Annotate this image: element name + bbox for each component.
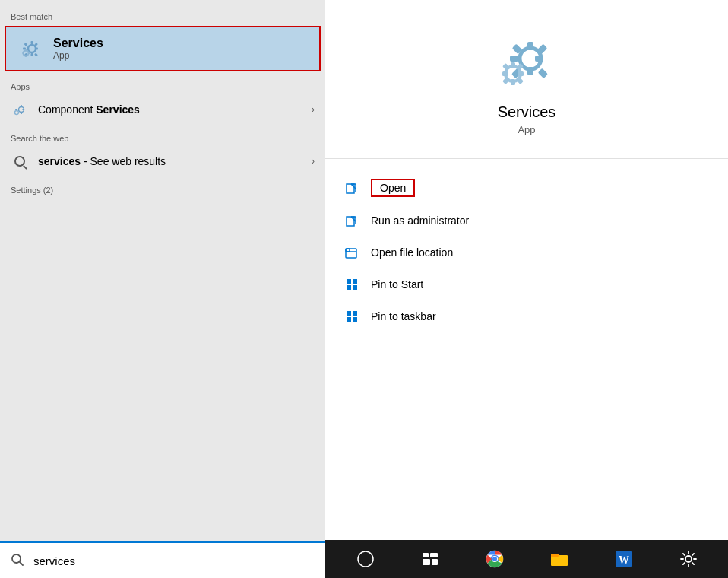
svg-rect-48 [347, 285, 351, 290]
right-panel: Services App Open [325, 0, 728, 540]
apps-label: Apps [0, 79, 325, 94]
web-search-item[interactable]: services - See web results › [0, 146, 325, 176]
task-view-icon[interactable] [416, 545, 444, 573]
word-icon[interactable]: W [610, 545, 638, 573]
svg-rect-17 [15, 109, 17, 110]
settings-label: Settings (2) [0, 183, 325, 198]
open-file-location-label: Open file location [371, 246, 453, 259]
search-bar [0, 541, 325, 578]
web-search-label: services - See web results [38, 155, 312, 167]
app-preview-name: Services [498, 103, 556, 121]
svg-rect-57 [423, 559, 430, 565]
pin-to-taskbar-label: Pin to taskbar [371, 310, 436, 322]
svg-rect-12 [23, 52, 25, 54]
svg-rect-15 [21, 105, 22, 107]
settings-section: Settings (2) [0, 179, 325, 201]
best-match-text: Services App [53, 37, 103, 61]
svg-rect-35 [518, 71, 524, 76]
pin-to-start-action[interactable]: Pin to Start [325, 268, 728, 300]
open-file-location-action[interactable]: Open file location [325, 237, 728, 268]
svg-rect-45 [346, 249, 350, 252]
app-preview-type: App [518, 124, 535, 135]
svg-rect-16 [21, 113, 22, 115]
component-services-item[interactable]: Component Services › [0, 94, 325, 125]
svg-rect-13 [28, 52, 30, 54]
pin-to-start-icon [343, 276, 360, 293]
svg-rect-58 [432, 559, 438, 565]
taskbar: W [325, 540, 728, 578]
search-web-label: Search the web [0, 131, 325, 146]
search-web-section: Search the web services - See web result… [0, 128, 325, 179]
pin-to-start-label: Pin to Start [371, 278, 423, 291]
svg-rect-32 [511, 62, 515, 68]
component-services-label: Component Services [38, 103, 312, 116]
open-icon [343, 179, 360, 196]
open-label: Open [371, 179, 415, 197]
best-match-type: App [53, 50, 103, 61]
svg-line-74 [692, 554, 693, 555]
run-as-admin-action[interactable]: Run as administrator [325, 205, 728, 237]
svg-rect-18 [23, 109, 25, 110]
svg-rect-46 [347, 279, 351, 284]
svg-rect-47 [353, 279, 357, 284]
search-bar-icon [11, 553, 26, 568]
svg-rect-37 [516, 77, 524, 84]
svg-rect-51 [353, 311, 357, 316]
svg-text:W: W [619, 554, 629, 566]
best-match-item[interactable]: Services App [5, 26, 321, 71]
svg-rect-25 [510, 56, 518, 62]
svg-rect-52 [347, 317, 351, 322]
svg-rect-33 [511, 79, 515, 85]
svg-point-19 [15, 111, 19, 115]
cortana-search-icon[interactable] [352, 545, 379, 573]
svg-point-0 [28, 45, 36, 52]
svg-rect-44 [346, 249, 356, 258]
services-icon [17, 35, 44, 62]
svg-rect-64 [551, 554, 559, 557]
open-action[interactable]: Open [325, 171, 728, 205]
web-search-chevron: › [312, 156, 315, 167]
svg-line-72 [682, 554, 684, 555]
run-as-admin-label: Run as administrator [371, 214, 469, 227]
open-file-location-icon [343, 244, 360, 261]
svg-point-54 [358, 551, 373, 567]
svg-line-75 [682, 563, 684, 564]
chrome-icon[interactable] [481, 545, 508, 573]
svg-line-41 [351, 184, 356, 189]
apps-section: Apps Component Services › [0, 73, 325, 128]
web-search-icon [11, 152, 29, 170]
svg-line-21 [20, 562, 24, 566]
app-preview: Services App [325, 0, 728, 159]
svg-rect-50 [347, 311, 351, 316]
svg-rect-49 [353, 285, 357, 290]
svg-point-62 [492, 557, 497, 561]
svg-rect-39 [502, 77, 510, 84]
svg-point-67 [685, 556, 692, 562]
run-as-admin-icon [343, 212, 360, 229]
svg-rect-53 [353, 317, 357, 322]
svg-rect-55 [423, 553, 429, 557]
svg-rect-24 [527, 67, 533, 75]
component-services-icon [11, 100, 29, 119]
search-results: Best match [0, 0, 325, 541]
search-input[interactable] [33, 554, 315, 567]
app-preview-icon [496, 30, 557, 91]
svg-rect-1 [31, 41, 33, 44]
settings-icon[interactable] [675, 545, 702, 573]
svg-rect-10 [25, 49, 27, 52]
left-panel: Best match [0, 0, 325, 578]
best-match-name: Services [53, 37, 103, 50]
svg-rect-28 [538, 68, 548, 78]
svg-rect-6 [34, 53, 38, 57]
svg-rect-56 [430, 553, 438, 557]
svg-rect-5 [24, 43, 28, 46]
svg-line-73 [692, 563, 693, 564]
svg-rect-26 [535, 56, 543, 62]
pin-to-taskbar-action[interactable]: Pin to taskbar [325, 300, 728, 332]
svg-rect-2 [31, 53, 33, 56]
component-services-chevron: › [312, 104, 315, 115]
file-explorer-icon[interactable] [546, 545, 573, 573]
svg-rect-4 [35, 48, 38, 50]
svg-rect-23 [527, 42, 533, 50]
svg-rect-11 [25, 56, 27, 58]
